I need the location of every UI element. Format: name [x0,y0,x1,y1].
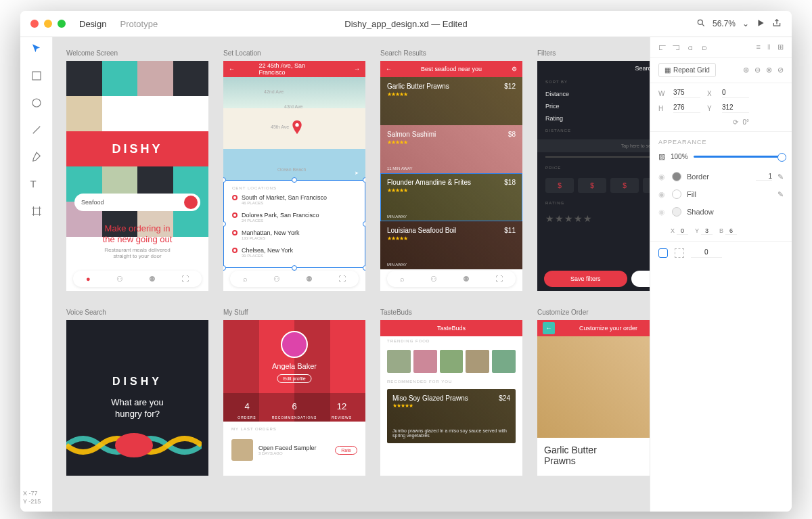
location-list-selected[interactable]: CENT LOCATIONS South of Market, San Fran… [223,180,365,268]
edit-profile-button[interactable]: Edit profile [277,374,311,383]
dish-card[interactable]: Louisiana Seafood Boil$11★★★★★MIN AWAY [380,221,522,269]
rotate-icon[interactable]: ⟳ [733,118,738,126]
distance-hint[interactable]: Tap here to set distance [537,139,650,152]
minimize-window[interactable] [44,20,52,28]
boolean-intersect-icon[interactable]: ⊗ [766,66,772,74]
close-window[interactable] [30,20,39,28]
eyedropper-icon[interactable]: ✎ [777,190,784,199]
fill-color-swatch[interactable] [672,189,681,199]
rotation-input[interactable]: 0° [742,118,749,126]
share-icon[interactable] [772,18,782,30]
height-input[interactable]: 276 [673,104,700,113]
tab-friends-icon[interactable]: ⚉ [463,275,470,284]
repeat-grid-button[interactable]: ▦ Repeat Grid [658,63,716,77]
artboard-filters[interactable]: Filters Search Filters SORT BY Distance … [537,49,650,291]
price-selector[interactable]: $$$$ [537,174,650,197]
locate-icon[interactable]: ➤ [355,171,359,176]
tab-friends-icon[interactable]: ⚉ [149,275,156,284]
save-filters-button[interactable]: Save filters [544,271,627,287]
border-size-input[interactable]: 1 [756,173,772,181]
artboard-tastebuds[interactable]: TasteBuds TasteBuds TRENDING FOOD RECOMM… [380,309,522,476]
rate-button[interactable]: Rate [335,446,357,455]
location-item[interactable]: Dolores Park, San Francisco24 PLACES [232,212,357,223]
rectangle-tool[interactable] [30,70,43,82]
tab-cart-icon[interactable]: ⛶ [338,275,346,283]
shadow-x-input[interactable]: 0 [677,227,688,235]
artboard-results[interactable]: Search Results ←Best seafood near you⚙ G… [380,49,522,291]
reco-card[interactable]: Miso Soy Glazed Prawns $24 ★★★★★ Jumbo p… [387,389,516,443]
tab-cart-icon[interactable]: ⛶ [495,275,503,283]
location-item[interactable]: Chelsea, New York39 PLACES [232,247,357,258]
tab-design[interactable]: Design [79,19,106,39]
sort-option[interactable]: Rating [537,112,650,125]
submit-icon[interactable]: → [354,66,360,72]
tab-home-icon[interactable]: ● [86,275,91,283]
corner-all-icon[interactable] [658,248,668,258]
rating-stars[interactable]: ★★★★★ [537,209,650,228]
dish-card-selected[interactable]: Flounder Amandine & Frites$18★★★★★MIN AW… [380,173,522,221]
back-icon[interactable]: ← [386,66,392,72]
boolean-subtract-icon[interactable]: ⊖ [754,66,761,74]
distribute-icon[interactable]: ⊞ [777,43,784,51]
distance-slider[interactable] [545,156,650,158]
tab-search-icon[interactable]: ⌕ [243,275,248,283]
back-icon[interactable]: ← [229,66,235,72]
zoom-window[interactable] [58,20,66,28]
search-icon[interactable] [696,18,706,30]
artboard-mystuff[interactable]: My Stuff Angela Baker Edit profile 4ORDE… [223,309,365,476]
avatar[interactable] [281,331,308,358]
visibility-toggle[interactable]: ◉ [658,173,667,181]
align-right-icon[interactable]: ⫏ [687,43,694,51]
mic-icon[interactable] [184,196,198,209]
select-tool[interactable] [30,43,43,55]
cancel-button[interactable] [631,271,650,287]
tab-profile-icon[interactable]: ⚇ [116,275,123,284]
sort-option[interactable]: Price [537,100,650,112]
visibility-toggle[interactable]: ◉ [658,190,667,199]
filters-icon[interactable]: ⚙ [512,66,517,72]
align-top-icon[interactable]: ⫐ [701,43,708,51]
artboard-voice[interactable]: Voice Search DISHY What are youhungry fo… [66,309,208,476]
map-view[interactable]: 42nd Ave 43rd Ave 45th Ave Ocean Beach ➤ [223,77,365,180]
tab-friends-icon[interactable]: ⚉ [306,275,313,284]
artboard-tool[interactable] [30,205,43,217]
ellipse-tool[interactable] [30,97,43,109]
corner-radius-input[interactable]: 0 [691,248,722,258]
tab-search-icon[interactable]: ⌕ [400,275,405,283]
distribute-h-icon[interactable]: ≡ [757,43,761,51]
pen-tool[interactable] [30,151,43,163]
boolean-exclude-icon[interactable]: ⊘ [777,66,784,74]
line-tool[interactable] [30,124,43,136]
artboard-customize[interactable]: Customize Order ←Customize your order Ga… [537,309,650,476]
shadow-y-input[interactable]: 3 [701,227,713,235]
dish-card[interactable]: Salmon Sashimi$8★★★★★11 MIN AWAY [380,125,522,173]
text-tool[interactable]: T [30,178,43,190]
chevron-down-icon[interactable]: ⌄ [742,19,749,28]
eyedropper-icon[interactable]: ✎ [777,173,784,181]
zoom-level[interactable]: 56.7% [713,19,736,28]
opacity-value[interactable]: 100% [671,153,688,160]
play-icon[interactable] [756,18,765,30]
visibility-toggle[interactable]: ◉ [658,208,667,217]
tab-cart-icon[interactable]: ⛶ [181,275,189,283]
opacity-slider[interactable] [694,156,784,158]
corner-each-icon[interactable] [675,248,684,258]
canvas[interactable]: Welcome Screen DISHY Seafood › [53,37,650,512]
shadow-color-swatch[interactable] [672,207,681,217]
tab-profile-icon[interactable]: ⚇ [430,275,437,284]
trending-thumbs[interactable] [380,346,522,377]
align-left-icon[interactable]: ⫍ [658,43,666,51]
border-color-swatch[interactable] [672,172,681,181]
location-item[interactable]: Manhattan, New York133 PLACES [232,229,357,240]
boolean-add-icon[interactable]: ⊕ [743,66,749,74]
artboard-welcome[interactable]: Welcome Screen DISHY Seafood › [66,49,208,291]
search-input[interactable]: Seafood › [74,194,200,211]
width-input[interactable]: 375 [673,89,700,98]
y-input[interactable]: 312 [722,104,749,113]
shadow-blur-input[interactable]: 6 [725,227,737,235]
dish-card[interactable]: Garlic Butter Prawns$12★★★★★ [380,77,522,125]
x-input[interactable]: 0 [722,89,749,98]
tab-profile-icon[interactable]: ⚇ [273,275,280,284]
location-item[interactable]: South of Market, San Francisco46 PLACES [232,194,357,205]
sort-option[interactable]: Distance [537,88,650,100]
